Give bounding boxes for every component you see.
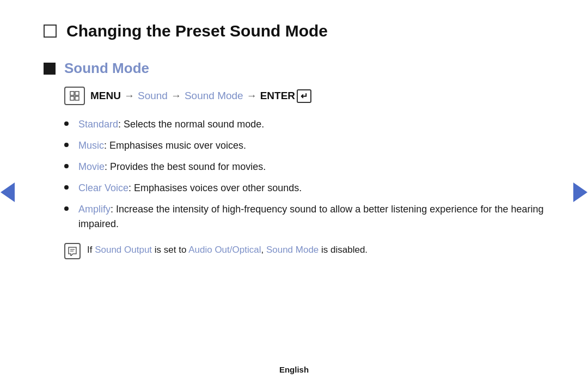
list-item: Amplify: Increase the intensity of high-…	[64, 202, 544, 231]
bullet-dot	[64, 164, 69, 168]
bullet-content: Clear Voice: Emphasises voices over othe…	[78, 181, 302, 196]
enter-label: ENTER	[260, 90, 295, 102]
bullet-dot	[64, 143, 69, 147]
enter-key: ↵	[297, 89, 311, 103]
menu-sound: Sound	[138, 90, 168, 102]
arrow2: →	[171, 90, 181, 102]
right-arrow-icon	[573, 182, 587, 202]
bullet-dot	[64, 185, 69, 190]
note-suffix: is disabled.	[318, 245, 367, 255]
section-title: Sound Mode	[64, 60, 149, 77]
bullet-term-2: Movie	[78, 161, 105, 172]
list-item: Movie: Provides the best sound for movie…	[64, 160, 544, 174]
page-title-row: Changing the Preset Sound Mode	[44, 22, 544, 40]
arrow3: →	[247, 90, 257, 102]
menu-sound-mode: Sound Mode	[185, 90, 243, 102]
page-title: Changing the Preset Sound Mode	[66, 22, 328, 40]
bullet-content: Amplify: Increase the intensity of high-…	[78, 202, 544, 231]
bullet-desc-4: : Increase the intensity of high-frequen…	[78, 204, 544, 229]
checkbox-icon	[44, 25, 57, 38]
note-middle: is set to	[152, 245, 188, 255]
svg-rect-1	[75, 92, 79, 95]
arrow1: →	[124, 90, 134, 102]
section-header-row: Sound Mode	[44, 60, 544, 77]
menu-path-row: MENU → Sound → Sound Mode → ENTER↵	[64, 87, 544, 105]
note-comma: ,	[261, 245, 266, 255]
footer-language: English	[279, 365, 309, 374]
note-audio-out: Audio Out/Optical	[188, 245, 261, 255]
section-bullet-square	[44, 63, 56, 75]
note-text: If Sound Output is set to Audio Out/Opti…	[87, 242, 367, 257]
bullet-term-0: Standard	[78, 119, 118, 130]
svg-rect-0	[70, 92, 74, 95]
page-wrapper: Changing the Preset Sound Mode Sound Mod…	[0, 0, 588, 384]
bullet-desc-3: : Emphasises voices over other sounds.	[128, 182, 302, 193]
menu-icon	[64, 87, 85, 105]
bullet-desc-1: : Emphasises music over voices.	[104, 140, 246, 151]
bullet-list: Standard: Selects the normal sound mode.…	[64, 117, 544, 231]
nav-left-button[interactable]	[0, 180, 15, 204]
note-icon	[64, 243, 81, 259]
enter-box: ENTER↵	[260, 89, 311, 103]
list-item: Clear Voice: Emphasises voices over othe…	[64, 181, 544, 196]
bullet-term-3: Clear Voice	[78, 182, 128, 193]
bullet-term-1: Music	[78, 140, 104, 151]
svg-rect-3	[75, 96, 79, 100]
list-item: Standard: Selects the normal sound mode.	[64, 117, 544, 132]
bullet-content: Standard: Selects the normal sound mode.	[78, 117, 264, 132]
bullet-term-4: Amplify	[78, 204, 111, 215]
note-sound-mode: Sound Mode	[266, 245, 318, 255]
bullet-dot	[64, 206, 69, 211]
list-item: Music: Emphasises music over voices.	[64, 138, 544, 153]
left-arrow-icon	[1, 182, 15, 202]
bullet-content: Movie: Provides the best sound for movie…	[78, 160, 266, 174]
note-sound-output: Sound Output	[95, 245, 152, 255]
note-prefix: If	[87, 245, 95, 255]
bullet-content: Music: Emphasises music over voices.	[78, 138, 246, 153]
bullet-desc-2: : Provides the best sound for movies.	[105, 161, 266, 172]
footer: English	[0, 365, 588, 384]
nav-right-button[interactable]	[573, 180, 588, 204]
bullet-desc-0: : Selects the normal sound mode.	[118, 119, 264, 130]
svg-rect-2	[70, 96, 74, 100]
bullet-dot	[64, 121, 69, 126]
main-content: Changing the Preset Sound Mode Sound Mod…	[0, 0, 588, 365]
note-row: If Sound Output is set to Audio Out/Opti…	[64, 242, 544, 259]
menu-label: MENU	[90, 90, 121, 102]
